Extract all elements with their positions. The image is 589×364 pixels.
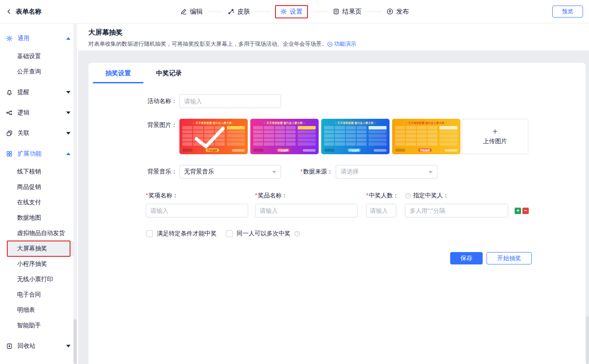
result-icon	[333, 8, 340, 15]
sidebar-item-label: 商品促销	[17, 183, 41, 191]
trash-icon	[6, 343, 13, 349]
sidebar-group-label: 扩展功能	[18, 150, 62, 158]
template-badge	[395, 149, 405, 152]
step-publish[interactable]: 发布	[387, 8, 409, 16]
help-circle-icon[interactable]: ?	[405, 193, 411, 199]
upload-image-button[interactable]: + 上传图片	[462, 119, 528, 154]
sidebar-scrollbar-thumb[interactable]	[73, 319, 77, 364]
sidebar-item-basic-settings[interactable]: 基础设置	[0, 49, 78, 64]
background-music-label: 背景音乐：	[147, 168, 179, 176]
activity-name-input[interactable]	[179, 94, 281, 108]
sidebar-group-reminder[interactable]: 提醒	[0, 82, 78, 103]
page-scrollbar-thumb[interactable]	[586, 316, 589, 364]
start-lottery-button[interactable]: 开始抽奖	[486, 252, 532, 264]
bg-template-purple[interactable]: ○ 天天有奖答题 智力达人赛大奖 ○开始抽奖	[250, 119, 319, 154]
chevron-down-icon	[66, 345, 70, 347]
condition-to-win-checkbox-row[interactable]: 满足特定条件才能中奖	[146, 230, 217, 238]
step-result[interactable]: 结果页	[333, 8, 362, 16]
sidebar-item-ai-assistant[interactable]: 智能助手	[0, 318, 78, 333]
sidebar-item-detail-table[interactable]: 明细表	[0, 302, 78, 318]
step-connector-line	[367, 12, 381, 12]
sidebar-item-wireless-receipt-print[interactable]: 无线小票打印	[0, 272, 78, 287]
step-label: 皮肤	[237, 8, 250, 16]
extensions-icon	[6, 150, 13, 157]
step-label: 发布	[396, 8, 409, 16]
checkbox-unchecked[interactable]	[226, 230, 233, 237]
sidebar-item-label: 无线小票打印	[17, 276, 53, 283]
sidebar-group-extensions[interactable]: 扩展功能	[0, 144, 78, 164]
sidebar-item-offline-verification[interactable]: 线下核销	[0, 164, 78, 179]
step-settings[interactable]: 设置	[275, 5, 308, 18]
template-badge	[182, 149, 193, 152]
help-circle-icon[interactable]: ?	[294, 231, 300, 237]
winner-count-label: *中奖人数：	[366, 192, 396, 200]
step-edit[interactable]: 编辑	[180, 8, 203, 16]
checkbox-unchecked[interactable]	[146, 230, 153, 237]
sidebar-item-label: 明细表	[17, 306, 35, 314]
preview-button[interactable]: 预览	[552, 6, 583, 18]
page-header: 大屏幕抽奖 对表单收集的数据进行随机抽奖，可将抽奖投影至大屏幕上，多用于现场活动…	[78, 23, 589, 50]
relation-icon	[6, 130, 13, 137]
svg-text:?: ?	[296, 232, 299, 236]
data-source-select[interactable]: 请选择	[336, 165, 437, 179]
feature-demo-link[interactable]: 功能演示	[327, 40, 356, 48]
multiple-wins-checkbox-row[interactable]: 同一人可以多次中奖 ?	[226, 230, 300, 238]
sidebar-group-recycle-bin[interactable]: 回收站	[0, 336, 78, 356]
chevron-left-icon	[6, 9, 12, 15]
sidebar-item-label: 电子合同	[17, 291, 41, 299]
sidebar-item-label: 小程序抽奖	[17, 260, 47, 268]
winner-count-input[interactable]	[366, 204, 396, 217]
bg-template-orange[interactable]: ○ 天天有奖答题 智力达人赛大奖 ○开始抽奖	[392, 119, 460, 154]
template-title-text: ○ 天天有奖答题 智力达人赛大奖 ○	[404, 121, 448, 124]
chevron-up-icon	[66, 37, 70, 40]
step-label: 结果页	[343, 8, 362, 16]
sidebar-item-miniprogram-lottery[interactable]: 小程序抽奖	[0, 256, 78, 272]
sidebar-item-public-query[interactable]: 公开查询	[0, 64, 78, 79]
sidebar-item-online-payment[interactable]: 在线支付	[0, 195, 78, 210]
step-skin[interactable]: 皮肤	[228, 8, 250, 16]
sidebar-group-general[interactable]: 通用	[0, 28, 78, 49]
back-button[interactable]: 表单名称	[0, 8, 73, 16]
bg-template-blue[interactable]: ○ 天天有奖答题 智力达人赛大奖 ○开始抽奖	[321, 119, 390, 154]
play-circle-icon	[327, 41, 333, 47]
step-connector-line	[313, 12, 328, 12]
template-prize-list	[440, 126, 457, 146]
selected-checkmark-icon	[193, 126, 226, 150]
gear-icon	[280, 8, 287, 15]
page-background: 抽奖设置 中奖记录 活动名称： 背景图片： ○ 天天有奖答题 智力达人赛大奖 ○…	[78, 50, 589, 364]
logic-icon	[6, 109, 13, 116]
tab-lottery-settings[interactable]: 抽奖设置	[93, 63, 144, 83]
sidebar-item-virtual-goods-delivery[interactable]: 虚拟物品自动发货	[0, 226, 78, 241]
sidebar-group-label: 回收站	[18, 342, 62, 350]
remove-prize-row-button[interactable]: −	[522, 208, 529, 214]
sidebar-item-product-promotion[interactable]: 商品促销	[0, 179, 78, 195]
add-prize-row-button[interactable]: +	[515, 208, 521, 214]
assigned-winner-input[interactable]	[405, 204, 508, 217]
sidebar-item-label: 基础设置	[17, 53, 41, 60]
publish-icon	[387, 8, 393, 15]
tab-winning-records[interactable]: 中奖记录	[144, 63, 194, 83]
page-title: 大屏幕抽奖	[88, 28, 589, 37]
sidebar-item-e-contract[interactable]: 电子合同	[0, 287, 78, 302]
template-prize-list	[369, 126, 387, 146]
template-badge	[303, 149, 316, 152]
background-music-select[interactable]: 无背景音乐	[179, 165, 281, 179]
sidebar-item-data-map[interactable]: 数据地图	[0, 210, 78, 226]
step-connector-line	[255, 12, 270, 12]
sidebar-item-big-screen-lottery[interactable]: 大屏幕抽奖	[7, 241, 75, 256]
save-button[interactable]: 保存	[450, 252, 483, 264]
award-name-input[interactable]	[146, 204, 248, 217]
top-navigation-bar: 表单名称 编辑皮肤设置结果页发布 预览	[0, 0, 589, 23]
template-title-text: ○ 天天有奖答题 智力达人赛大奖 ○	[192, 121, 235, 124]
bg-template-red-selected[interactable]: ○ 天天有奖答题 智力达人赛大奖 ○开始抽奖	[179, 119, 248, 154]
sidebar-group-label: 关联	[18, 129, 62, 137]
sidebar-group-relation[interactable]: 关联	[0, 123, 78, 144]
prize-name-input[interactable]	[255, 204, 358, 217]
sidebar-group-logic[interactable]: 逻辑	[0, 103, 78, 123]
chevron-down-icon	[66, 112, 70, 114]
template-start-button: 开始抽奖	[348, 148, 361, 152]
template-badge	[374, 149, 387, 152]
sidebar-group-label: 提醒	[18, 88, 62, 96]
chevron-down-icon	[66, 132, 70, 135]
sidebar-item-label: 大屏幕抽奖	[17, 245, 47, 252]
